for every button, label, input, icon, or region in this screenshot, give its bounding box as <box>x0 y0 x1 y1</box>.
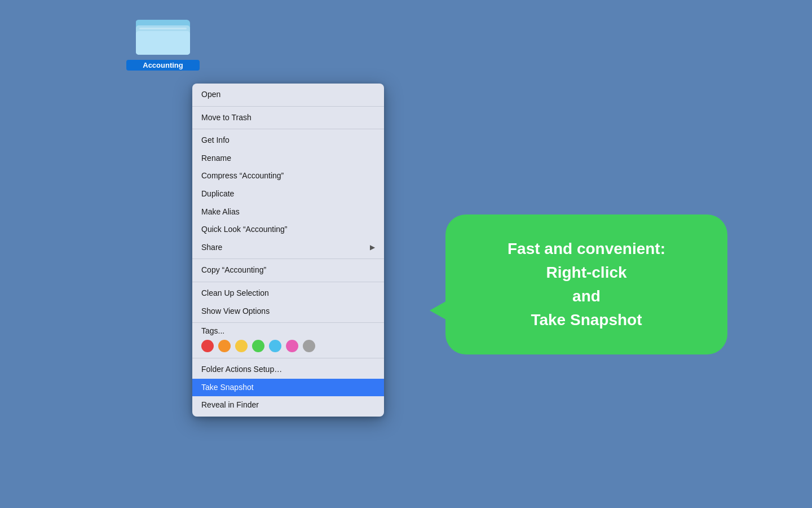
menu-item-reveal-in-finder[interactable]: Reveal in Finder <box>192 396 384 414</box>
context-menu: Open Move to Trash Get Info Rename Compr… <box>192 84 384 417</box>
speech-bubble: Fast and convenient: Right-click and Tak… <box>445 214 727 354</box>
menu-item-move-to-trash[interactable]: Move to Trash <box>192 109 384 127</box>
tag-dot-green[interactable] <box>252 340 264 352</box>
svg-rect-3 <box>139 28 187 29</box>
menu-section-copy: Copy “Accounting” <box>192 259 384 282</box>
menu-item-duplicate[interactable]: Duplicate <box>192 185 384 203</box>
folder-icon <box>135 10 191 58</box>
menu-item-copy[interactable]: Copy “Accounting” <box>192 261 384 279</box>
menu-item-compress[interactable]: Compress “Accounting” <box>192 167 384 185</box>
folder-label: Accounting <box>126 60 200 71</box>
menu-section-info: Get Info Rename Compress “Accounting” Du… <box>192 129 384 259</box>
tag-dot-yellow[interactable] <box>235 340 248 352</box>
speech-bubble-text: Fast and convenient: Right-click and Tak… <box>508 237 665 332</box>
menu-item-clean-up-selection[interactable]: Clean Up Selection <box>192 284 384 303</box>
menu-item-get-info[interactable]: Get Info <box>192 132 384 150</box>
svg-rect-2 <box>136 31 190 55</box>
menu-item-show-view-options[interactable]: Show View Options <box>192 303 384 321</box>
menu-item-open[interactable]: Open <box>192 86 384 104</box>
menu-item-take-snapshot[interactable]: Take Snapshot <box>192 379 384 397</box>
menu-item-share[interactable]: Share ▶ <box>192 239 384 257</box>
tag-dot-gray[interactable] <box>303 340 315 352</box>
menu-item-rename[interactable]: Rename <box>192 150 384 168</box>
folder-icon-container: Accounting <box>126 10 200 71</box>
tag-dot-orange[interactable] <box>218 340 231 352</box>
share-submenu-arrow: ▶ <box>370 243 375 252</box>
menu-section-tags: Tags... <box>192 323 384 358</box>
menu-section-cleanup: Clean Up Selection Show View Options <box>192 282 384 323</box>
tags-dots-row <box>201 340 375 352</box>
menu-section-trash: Move to Trash <box>192 107 384 130</box>
menu-item-folder-actions-setup[interactable]: Folder Actions Setup… <box>192 361 384 379</box>
tags-label: Tags... <box>201 326 375 335</box>
tag-dot-pink[interactable] <box>286 340 298 352</box>
menu-section-actions: Folder Actions Setup… Take Snapshot Reve… <box>192 358 384 417</box>
tag-dot-blue[interactable] <box>269 340 281 352</box>
tag-dot-red[interactable] <box>201 340 214 352</box>
menu-section-open: Open <box>192 84 384 107</box>
menu-item-quick-look[interactable]: Quick Look “Accounting” <box>192 221 384 239</box>
menu-item-make-alias[interactable]: Make Alias <box>192 203 384 221</box>
